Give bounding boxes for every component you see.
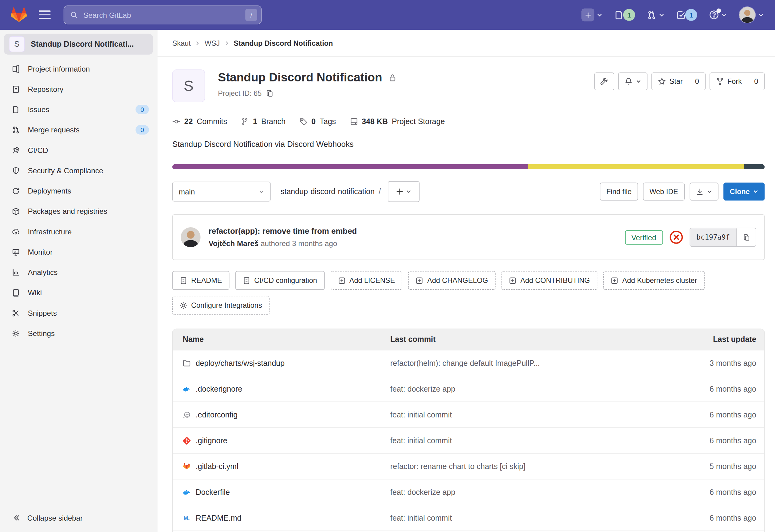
sidebar-item-monitor[interactable]: Monitor [0, 242, 157, 262]
todos-button[interactable]: 1 [673, 9, 700, 21]
help-menu-button[interactable] [706, 10, 730, 20]
stat-branches[interactable]: 1Branch [241, 117, 285, 126]
sidebar-item-infrastructure[interactable]: Infrastructure [0, 221, 157, 242]
web-ide-button[interactable]: Web IDE [643, 183, 684, 201]
star-icon [658, 77, 666, 85]
issues-shortcut-button[interactable]: 1 [611, 9, 638, 21]
commit-message-link[interactable]: feat: dockerize app [390, 488, 672, 497]
commit-title-link[interactable]: refactor(app): remove time from embed [209, 227, 357, 236]
shield-icon [12, 166, 20, 174]
commit-icon [172, 118, 180, 126]
add-kubernetes-cluster-button[interactable]: Add Kubernetes cluster [603, 271, 704, 290]
table-row: .dockerignore feat: dockerize app 6 mont… [173, 376, 764, 401]
sidebar-project-context[interactable]: S Standup Discord Notificati... [4, 34, 153, 55]
branch-icon [241, 118, 249, 126]
menu-hamburger-icon[interactable] [39, 10, 51, 19]
monitor-icon [12, 248, 20, 256]
table-row: .editorconfig feat: initial commit 6 mon… [173, 401, 764, 427]
sidebar-item-packages-registries[interactable]: Packages and registries [0, 201, 157, 221]
sidebar-item-analytics[interactable]: Analytics [0, 262, 157, 282]
add-license-button[interactable]: Add LICENSE [330, 271, 402, 290]
verified-badge[interactable]: Verified [625, 230, 663, 244]
notifications-button[interactable] [618, 72, 648, 90]
collapse-sidebar-button[interactable]: Collapse sidebar [0, 503, 157, 532]
breadcrumb-group[interactable]: Skaut [172, 39, 191, 47]
sidebar-item-cicd[interactable]: CI/CD [0, 140, 157, 160]
language-bar[interactable] [172, 164, 765, 169]
commit-message-link[interactable]: refactor(helm): change default ImagePull… [390, 358, 672, 367]
file-link[interactable]: .dockerignore [183, 384, 390, 393]
star-count[interactable]: 0 [689, 73, 705, 90]
commit-message-link[interactable]: feat: initial commit [390, 410, 672, 419]
last-update: 6 months ago [672, 384, 756, 393]
project-header: S Standup Discord Notification Project I… [172, 69, 765, 102]
commit-message-link[interactable]: feat: dockerize app [390, 384, 672, 393]
configure-integrations-button[interactable]: Configure Integrations [172, 296, 269, 315]
add-file-button[interactable] [388, 181, 420, 202]
cloud-gear-icon [12, 228, 20, 236]
cicd-configuration-button[interactable]: CI/CD configuration [235, 271, 324, 290]
user-avatar [739, 6, 756, 23]
global-search[interactable]: / [64, 6, 262, 24]
sidebar-item-project-information[interactable]: Project information [0, 59, 157, 79]
plus-square-icon [338, 277, 345, 284]
breadcrumb-subgroup[interactable]: WSJ [205, 39, 220, 47]
commit-message-link[interactable]: refactor: rename chart to charts [ci ski… [390, 462, 672, 471]
add-contributing-button[interactable]: Add CONTRIBUTING [502, 271, 597, 290]
star-button[interactable]: Star [652, 73, 689, 90]
merge-requests-button[interactable] [644, 10, 668, 20]
file-link[interactable]: .gitignore [183, 436, 390, 445]
user-menu-button[interactable] [735, 6, 767, 23]
download-button[interactable] [690, 183, 718, 201]
fork-button[interactable]: Fork [710, 73, 748, 90]
chevron-down-icon [636, 79, 641, 84]
pipeline-failed-icon[interactable] [669, 230, 683, 244]
gitlab-logo-icon[interactable] [10, 6, 28, 23]
commit-sha[interactable]: bc197a9f [690, 228, 736, 246]
last-update: 6 months ago [672, 410, 756, 419]
branch-selector[interactable]: main [172, 182, 271, 201]
file-link[interactable]: Dockerfile [183, 488, 390, 497]
table-row: .gitlab-ci.yml refactor: rename chart to… [173, 453, 764, 479]
stat-commits[interactable]: 22Commits [172, 117, 227, 126]
sidebar-item-issues[interactable]: Issues 0 [0, 99, 157, 119]
search-input[interactable] [82, 10, 245, 20]
add-changelog-button[interactable]: Add CHANGELOG [409, 271, 496, 290]
commit-meta-text: authored 3 months ago [260, 239, 337, 248]
plus-icon [396, 188, 403, 195]
commit-message-link[interactable]: feat: initial commit [390, 514, 672, 522]
project-header-actions: Star 0 Fork 0 [595, 72, 765, 102]
sidebar-item-security-compliance[interactable]: Security & Compliance [0, 160, 157, 181]
find-file-button[interactable]: Find file [600, 183, 638, 201]
page-title: Standup Discord Notification [218, 70, 382, 84]
sidebar-item-label: Monitor [28, 248, 53, 256]
sidebar-item-snippets[interactable]: Snippets [0, 303, 157, 323]
copy-sha-button[interactable] [736, 228, 756, 246]
stat-tags[interactable]: 0Tags [299, 117, 336, 126]
file-link[interactable]: .gitlab-ci.yml [183, 462, 390, 471]
sidebar-item-deployments[interactable]: Deployments [0, 181, 157, 201]
commit-message-link[interactable]: feat: initial commit [390, 436, 672, 445]
new-menu-button[interactable] [578, 8, 606, 21]
file-toolbar: main standup-discord-notification / Find… [172, 181, 765, 202]
readme-button[interactable]: README [172, 271, 229, 290]
file-link[interactable]: deploy/charts/wsj-standup [183, 358, 390, 367]
file-link[interactable]: .editorconfig [183, 410, 390, 419]
sidebar-item-settings[interactable]: Settings [0, 323, 157, 343]
project-stats: 22Commits 1Branch 0Tags 348 KBProject St… [172, 117, 765, 126]
download-icon [696, 188, 703, 195]
commit-author-link[interactable]: Vojtěch Mareš [209, 239, 259, 248]
sidebar-item-merge-requests[interactable]: Merge requests 0 [0, 119, 157, 140]
stat-storage[interactable]: 348 KBProject Storage [350, 117, 445, 126]
topbar: / 1 [0, 0, 775, 30]
sidebar-item-repository[interactable]: Repository [0, 79, 157, 99]
sidebar-item-wiki[interactable]: Wiki [0, 282, 157, 303]
plus-square-icon [416, 277, 423, 284]
admin-wrench-button[interactable] [595, 72, 615, 90]
repo-path-root[interactable]: standup-discord-notification [280, 187, 374, 196]
merge-request-icon [647, 10, 656, 20]
copy-project-id-icon[interactable] [265, 89, 273, 97]
file-link[interactable]: M↓ README.md [183, 514, 390, 522]
clone-button[interactable]: Clone [723, 183, 765, 201]
fork-count[interactable]: 0 [748, 73, 764, 90]
